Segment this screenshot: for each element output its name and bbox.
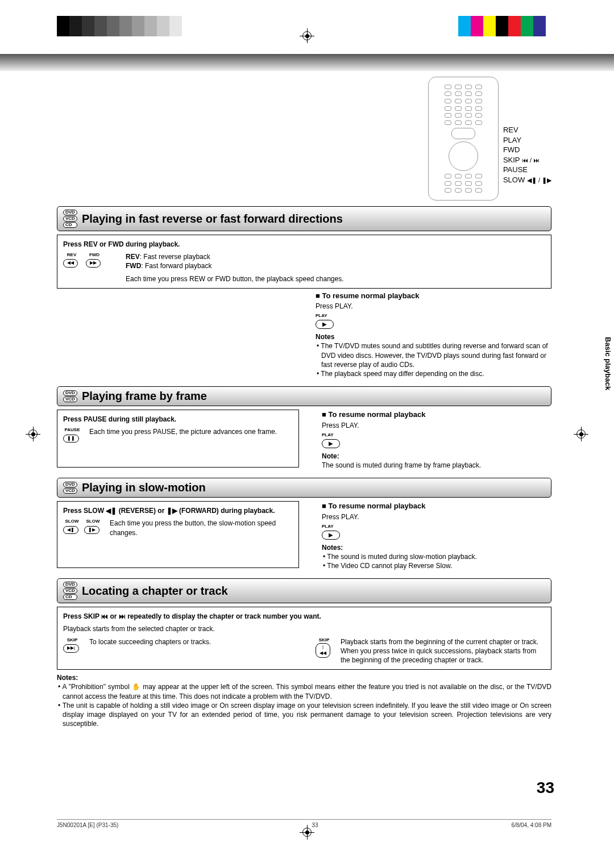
notes-heading: Notes (316, 332, 551, 341)
note-text: • The unit is capable of holding a still… (57, 701, 551, 729)
remote-button-callouts: REV PLAY FWD SKIP ⏮ / ⏭ PAUSE SLOW ◀❚ / … (503, 77, 551, 201)
locate-text: To locate succeeding chapters or tracks. (89, 637, 211, 665)
note-text: • The Video CD cannot play Reverse Slow. (322, 561, 551, 570)
section-tab: Basic playback (602, 335, 614, 392)
locate-text: When you press twice in quick succession… (341, 646, 545, 665)
section-title: Locating a chapter or track (82, 585, 228, 598)
press-play-text: Press PLAY. (316, 302, 551, 311)
pause-button-icon: ❚❚ (63, 435, 79, 443)
header-gradient (0, 54, 614, 71)
rev-button-label: REV (63, 252, 80, 258)
locate-text: Playback starts from the beginning of th… (341, 637, 545, 646)
note-text: The sound is muted during frame by frame… (322, 461, 551, 470)
page-number: 33 (537, 779, 554, 797)
fwd-button-label: FWD (86, 252, 103, 258)
fwd-button-icon: ▶▶ (86, 259, 101, 268)
note-text: • The playback speed may differ dependin… (316, 369, 551, 378)
slow-rev-button-icon: ◀❚ (63, 526, 78, 535)
slow-icon: ◀❚ / ❚▶ (527, 177, 551, 183)
note-text: • The sound is muted during slow-motion … (322, 552, 551, 561)
disc-icons: DVD VCD (63, 390, 77, 402)
frame-instruction-text: Each time you press PAUSE, the picture a… (89, 427, 277, 443)
footer-docid: J5N00201A [E] (P31-35) (57, 822, 118, 828)
disc-icons: DVD VCD (63, 482, 77, 494)
section-header-locate: DVD VCD CD Locating a chapter or track (57, 578, 551, 603)
cmyk-swatches (458, 16, 546, 39)
label-pause: PAUSE (503, 165, 551, 175)
slowmo-instruction-box: Press SLOW ◀❚ (REVERSE) or ❚▶ (FORWARD) … (57, 501, 299, 568)
note-text: • The TV/DVD mutes sound and subtitles d… (316, 341, 551, 369)
slow-fwd-button-icon: ❚▶ (84, 526, 99, 535)
play-button-icon: ▶ (316, 320, 334, 329)
locate-instruction-box: Press SKIP ⏮ or ⏭ repeatedly to display … (57, 607, 551, 670)
disc-icons: DVD VCD CD (63, 210, 77, 228)
label-slow: SLOW (503, 176, 525, 184)
fastscan-instruction-box: Press REV or FWD during playback. REV ◀◀… (57, 235, 551, 289)
section-header-slowmo: DVD VCD Playing in slow-motion (57, 478, 551, 498)
rev-button-icon: ◀◀ (63, 259, 78, 268)
skip-icon: ⏮ / ⏭ (522, 157, 540, 164)
footer-page: 33 (312, 822, 318, 828)
skip-rev-button-icon: |◀◀ (316, 643, 330, 658)
section-title: Playing frame by frame (82, 390, 207, 403)
frame-instruction-box: Press PAUSE during still playback. PAUSE… (57, 410, 299, 468)
remote-control-diagram: REV PLAY FWD SKIP ⏮ / ⏭ PAUSE SLOW ◀❚ / … (57, 77, 551, 201)
instruction-heading: Press SLOW ◀❚ (REVERSE) or ❚▶ (FORWARD) … (63, 507, 275, 515)
note-text: • A "Prohibition" symbol ✋ may appear at… (57, 682, 551, 700)
play-button-icon: ▶ (322, 439, 340, 448)
manual-page: REV PLAY FWD SKIP ⏮ / ⏭ PAUSE SLOW ◀❚ / … (0, 0, 614, 868)
section-header-frame: DVD VCD Playing frame by frame (57, 386, 551, 406)
instruction-heading: Press SKIP ⏮ or ⏭ repeatedly to display … (63, 612, 321, 620)
pause-button-label: PAUSE (63, 427, 81, 433)
resume-heading: To resume normal playback (328, 410, 425, 419)
label-fwd: FWD (503, 145, 551, 155)
fastscan-instruction-text: Each time you press REW or FWD button, t… (126, 274, 344, 283)
instruction-heading: Press REV or FWD during playback. (63, 240, 180, 248)
footer-timestamp: 6/8/04, 4:08 PM (511, 822, 551, 828)
label-rev: REV (503, 125, 551, 135)
notes-heading: Notes: (57, 673, 551, 682)
resume-heading: To resume normal playback (328, 502, 425, 510)
section-header-fastscan: DVD VCD CD Playing in fast reverse or fa… (57, 206, 551, 231)
section-title: Playing in slow-motion (82, 481, 206, 494)
instruction-heading: Press PAUSE during still playback. (63, 415, 176, 423)
disc-icons: DVD VCD CD (63, 582, 77, 600)
page-footer: J5N00201A [E] (P31-35) 33 6/8/04, 4:08 P… (57, 819, 551, 828)
label-skip: SKIP (503, 156, 520, 164)
resume-heading: To resume normal playback (322, 291, 419, 300)
play-button-icon: ▶ (322, 531, 340, 540)
remote-outline (428, 77, 499, 201)
page-content: REV PLAY FWD SKIP ⏮ / ⏭ PAUSE SLOW ◀❚ / … (57, 77, 551, 728)
grayscale-swatches (57, 16, 182, 39)
slowmo-instruction-text: Each time you press the button, the slow… (110, 519, 293, 537)
label-play: PLAY (503, 135, 551, 145)
skip-fwd-button-icon: ▶▶| (63, 644, 79, 653)
section-title: Playing in fast reverse or fast forward … (82, 212, 343, 226)
